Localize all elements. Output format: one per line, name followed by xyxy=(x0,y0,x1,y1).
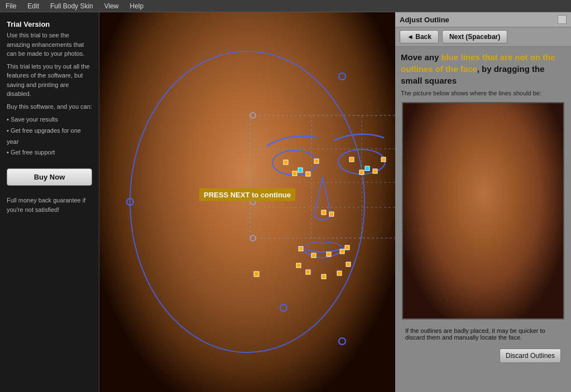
right-panel-header: Adjust Outline ⊡ xyxy=(395,12,571,27)
svg-point-38 xyxy=(280,304,287,311)
restore-icon[interactable]: ⊡ xyxy=(558,15,567,24)
menu-bar: File Edit Full Body Skin View Help xyxy=(0,0,571,12)
svg-rect-28 xyxy=(346,262,351,267)
svg-point-37 xyxy=(250,199,256,205)
center-face-area[interactable]: PRESS NEXT to continue xyxy=(99,12,395,392)
discard-outlines-button[interactable]: Discard Outlines xyxy=(500,349,561,363)
svg-rect-24 xyxy=(306,270,310,274)
right-panel: Adjust Outline ⊡ ◄ Back Next (Spacebar) … xyxy=(395,12,571,392)
face-overlay-svg xyxy=(99,12,395,392)
sub-instruction-text: The picture below shows where the lines … xyxy=(401,90,565,96)
svg-rect-30 xyxy=(329,212,334,216)
svg-rect-18 xyxy=(381,157,386,162)
svg-rect-14 xyxy=(359,170,364,175)
sidebar-feature-1: Save your results xyxy=(7,114,92,125)
svg-rect-10 xyxy=(306,172,310,176)
svg-rect-41 xyxy=(254,272,259,277)
svg-point-40 xyxy=(339,338,346,345)
instructions-area: Move any blue lines that are not on the … xyxy=(395,47,571,392)
menu-full-body-skin[interactable]: Full Body Skin xyxy=(45,1,99,11)
svg-rect-20 xyxy=(327,252,331,257)
svg-rect-22 xyxy=(299,246,303,251)
svg-rect-23 xyxy=(345,245,349,250)
instruction-pre: Move any xyxy=(401,52,442,62)
menu-edit[interactable]: Edit xyxy=(22,1,45,11)
preview-image-area xyxy=(402,102,564,320)
svg-rect-12 xyxy=(284,160,288,164)
menu-file[interactable]: File xyxy=(0,1,22,11)
svg-rect-26 xyxy=(337,271,342,275)
svg-rect-17 xyxy=(349,157,354,162)
sidebar-feature-2: Get free upgrades for one year xyxy=(7,125,92,148)
sidebar-feature-3: Get free support xyxy=(7,147,92,158)
sidebar-title: Trial Version xyxy=(7,20,92,28)
sidebar-buy-prompt: Buy this software, and you can: xyxy=(7,102,92,112)
svg-rect-13 xyxy=(314,159,319,163)
back-button[interactable]: ◄ Back xyxy=(400,30,439,43)
svg-rect-11 xyxy=(298,168,303,172)
svg-rect-25 xyxy=(322,274,326,279)
svg-rect-21 xyxy=(340,249,344,254)
sidebar: Trial Version Use this trial to see the … xyxy=(0,12,99,392)
svg-rect-19 xyxy=(311,253,316,258)
guarantee-text: Full money back guarantee if you're not … xyxy=(7,196,92,214)
nav-buttons-bar: ◄ Back Next (Spacebar) xyxy=(395,27,571,47)
main-layout: Trial Version Use this trial to see the … xyxy=(0,12,571,392)
svg-rect-15 xyxy=(373,169,377,173)
sidebar-desc2: This trial lets you try out all the feat… xyxy=(7,62,92,99)
bottom-note: If the outlines are badly placed, it may… xyxy=(401,325,565,343)
menu-help[interactable]: Help xyxy=(124,1,150,11)
svg-rect-9 xyxy=(292,171,297,176)
svg-rect-27 xyxy=(296,263,301,268)
svg-point-35 xyxy=(339,73,346,80)
preview-face-background xyxy=(403,103,563,318)
sidebar-desc1: Use this trial to see the amazing enhanc… xyxy=(7,31,92,59)
svg-point-0 xyxy=(130,51,364,352)
buy-now-button[interactable]: Buy Now xyxy=(7,168,92,186)
menu-view[interactable]: View xyxy=(99,1,124,11)
sidebar-features-list: Save your results Get free upgrades for … xyxy=(7,114,92,158)
right-panel-title: Adjust Outline xyxy=(400,16,449,24)
svg-rect-29 xyxy=(322,210,326,215)
instruction-text: Move any blue lines that are not on the … xyxy=(401,51,565,86)
svg-rect-16 xyxy=(365,166,370,171)
next-button[interactable]: Next (Spacebar) xyxy=(442,30,507,43)
